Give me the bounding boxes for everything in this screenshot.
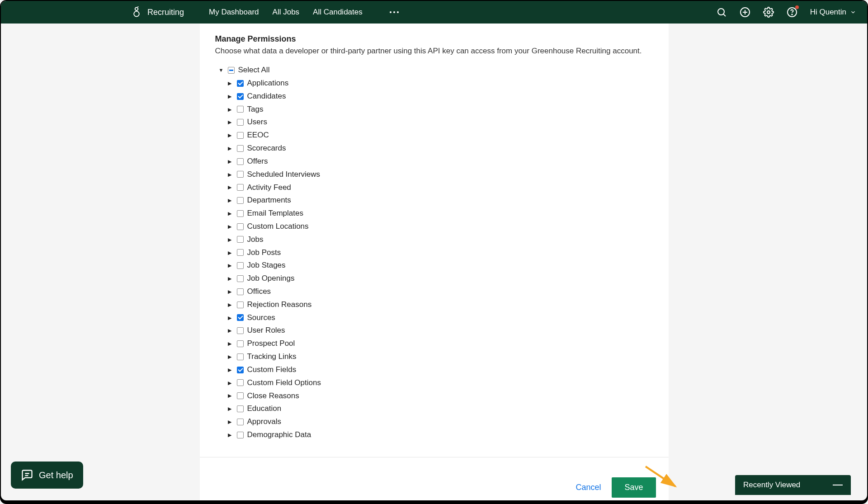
caret-toggle[interactable] <box>228 106 233 113</box>
permission-label: Custom Field Options <box>247 378 321 388</box>
permission-label: Custom Locations <box>247 221 309 231</box>
permission-label: EEOC <box>247 130 269 140</box>
permission-checkbox[interactable] <box>237 432 244 438</box>
caret-toggle[interactable] <box>219 67 224 74</box>
permission-label: Users <box>247 117 267 127</box>
user-menu[interactable]: Hi Quentin <box>810 8 856 17</box>
nav-more-button[interactable] <box>390 8 399 17</box>
permission-checkbox[interactable] <box>237 392 244 399</box>
caret-toggle[interactable] <box>228 315 233 321</box>
get-help-widget[interactable]: Get help <box>11 462 83 489</box>
cancel-button[interactable]: Cancel <box>576 483 601 492</box>
brand-label[interactable]: Recruiting <box>147 8 184 17</box>
permission-checkbox[interactable] <box>237 132 244 139</box>
nav-all-candidates[interactable]: All Candidates <box>313 8 363 17</box>
permissions-body: Manage Permissions Choose what data a de… <box>200 24 669 457</box>
permission-checkbox[interactable] <box>237 288 244 295</box>
chat-icon <box>21 469 33 481</box>
tree-row: EEOC <box>228 129 653 142</box>
caret-toggle[interactable] <box>228 353 233 360</box>
gear-icon[interactable] <box>763 7 774 18</box>
tree-row: Custom Fields <box>228 363 653 377</box>
caret-toggle[interactable] <box>228 236 233 243</box>
caret-toggle[interactable] <box>228 327 233 334</box>
permission-checkbox[interactable] <box>237 158 244 165</box>
get-help-label: Get help <box>39 470 73 480</box>
help-icon[interactable] <box>787 7 797 18</box>
permission-checkbox[interactable] <box>237 249 244 256</box>
permission-checkbox[interactable] <box>237 367 244 373</box>
svg-point-3 <box>718 9 724 15</box>
permission-checkbox[interactable] <box>237 405 244 412</box>
permission-checkbox[interactable] <box>237 353 244 360</box>
caret-toggle[interactable] <box>228 432 233 438</box>
nav-my-dashboard[interactable]: My Dashboard <box>209 8 259 17</box>
card-footer: Cancel Save <box>200 457 669 500</box>
tree-row: Tags <box>228 103 653 116</box>
caret-toggle[interactable] <box>228 119 233 126</box>
permission-checkbox[interactable] <box>237 379 244 386</box>
caret-toggle[interactable] <box>228 419 233 425</box>
caret-toggle[interactable] <box>228 197 233 204</box>
permissions-card: Manage Permissions Choose what data a de… <box>200 24 669 500</box>
caret-toggle[interactable] <box>228 158 233 165</box>
caret-toggle[interactable] <box>228 93 233 100</box>
permission-checkbox[interactable] <box>237 119 244 126</box>
search-icon[interactable] <box>716 7 727 18</box>
caret-toggle[interactable] <box>228 80 233 87</box>
permission-label: User Roles <box>247 325 285 335</box>
caret-toggle[interactable] <box>228 132 233 139</box>
permission-checkbox[interactable] <box>237 236 244 243</box>
permission-checkbox[interactable] <box>237 197 244 204</box>
nav-links: My Dashboard All Jobs All Candidates <box>209 8 399 17</box>
caret-toggle[interactable] <box>228 145 233 152</box>
tree-row: Jobs <box>228 233 653 246</box>
permission-checkbox[interactable] <box>237 80 244 87</box>
greenhouse-logo-icon <box>132 6 141 18</box>
caret-toggle[interactable] <box>228 223 233 230</box>
select-all-label: Select All <box>238 65 270 75</box>
permission-checkbox[interactable] <box>237 262 244 269</box>
caret-toggle[interactable] <box>228 340 233 347</box>
caret-toggle[interactable] <box>228 171 233 178</box>
caret-toggle[interactable] <box>228 367 233 373</box>
caret-toggle[interactable] <box>228 275 233 282</box>
permission-checkbox[interactable] <box>237 275 244 282</box>
tree-row: Job Posts <box>228 246 653 259</box>
caret-toggle[interactable] <box>228 380 233 386</box>
permission-checkbox[interactable] <box>237 340 244 347</box>
permission-checkbox[interactable] <box>237 419 244 425</box>
svg-point-0 <box>135 8 138 11</box>
tree-row: User Roles <box>228 324 653 337</box>
add-icon[interactable] <box>740 7 750 18</box>
permission-checkbox[interactable] <box>237 327 244 334</box>
save-button[interactable]: Save <box>612 477 656 498</box>
caret-toggle[interactable] <box>228 262 233 269</box>
permission-checkbox[interactable] <box>237 184 244 191</box>
permission-checkbox[interactable] <box>237 223 244 230</box>
nav-all-jobs[interactable]: All Jobs <box>273 8 300 17</box>
permission-label: Rejection Reasons <box>247 300 312 310</box>
permission-label: Departments <box>247 195 291 205</box>
permission-checkbox[interactable] <box>237 93 244 100</box>
permission-label: Close Reasons <box>247 391 299 401</box>
permission-checkbox[interactable] <box>237 301 244 308</box>
caret-toggle[interactable] <box>228 210 233 217</box>
caret-toggle[interactable] <box>228 250 233 256</box>
caret-toggle[interactable] <box>228 184 233 191</box>
permission-checkbox[interactable] <box>237 106 244 113</box>
tree-row: Offices <box>228 285 653 298</box>
caret-toggle[interactable] <box>228 392 233 399</box>
permission-checkbox[interactable] <box>237 145 244 152</box>
select-all-checkbox[interactable] <box>228 67 235 74</box>
caret-toggle[interactable] <box>228 405 233 412</box>
caret-toggle[interactable] <box>228 301 233 308</box>
tree-row: Job Stages <box>228 259 653 272</box>
recently-viewed-bar[interactable]: Recently Viewed <box>735 475 851 495</box>
top-nav: Recruiting My Dashboard All Jobs All Can… <box>1 1 867 24</box>
permission-checkbox[interactable] <box>237 171 244 178</box>
permission-checkbox[interactable] <box>237 210 244 217</box>
section-title: Manage Permissions <box>215 34 653 44</box>
permission-checkbox[interactable] <box>237 314 244 321</box>
caret-toggle[interactable] <box>228 288 233 295</box>
